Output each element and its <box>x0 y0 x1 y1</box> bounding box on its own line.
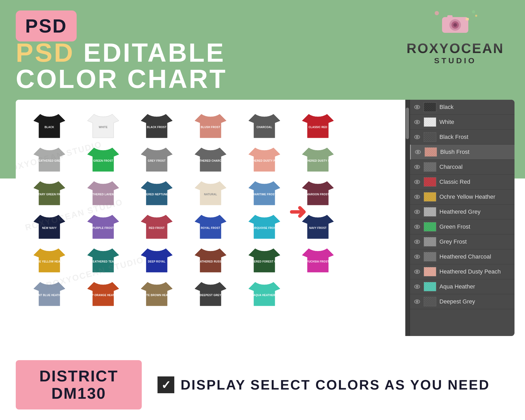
tshirt-item: FUCHSIA FROST <box>292 245 344 276</box>
tshirt-item: HEATHERED CHARCOAL <box>185 144 237 175</box>
svg-point-55 <box>417 151 418 153</box>
svg-text:PURPLE FROST: PURPLE FROST <box>92 227 114 229</box>
layer-item[interactable]: Black <box>410 100 514 115</box>
svg-text:FUCHSIA FROST: FUCHSIA FROST <box>307 260 329 263</box>
header-title: PSD EDITABLE COLOR CHART <box>16 39 227 92</box>
visibility-icon[interactable] <box>414 223 421 230</box>
layer-thumbnail <box>424 117 436 127</box>
layer-item[interactable]: Heathered Charcoal <box>410 249 514 264</box>
brand-logo: ROXYOCEAN STUDIO <box>407 8 504 65</box>
layer-item[interactable]: Charcoal <box>410 160 514 175</box>
scroll-thumb[interactable] <box>406 108 409 139</box>
layer-thumbnail <box>424 282 436 291</box>
grid-spacer <box>346 177 397 209</box>
svg-text:DEEPEST GREY: DEEPEST GREY <box>200 294 221 297</box>
tshirt-item: HEATHERED FOREST GREEN <box>238 245 290 276</box>
tshirt-item: DEEP ORANGE HEATHER <box>77 278 129 310</box>
layer-name: Black Frost <box>439 134 511 140</box>
svg-rect-7 <box>447 15 453 18</box>
visibility-icon[interactable] <box>414 208 421 215</box>
tshirt-item: DEEP ROYAL <box>131 245 183 276</box>
tshirt-item: HEATHERED DUSTY PEACH <box>238 144 290 175</box>
tshirt-item: MILITARY GREEN FROST <box>24 177 75 209</box>
svg-text:TURQUOISE FROST: TURQUOISE FROST <box>251 227 277 229</box>
tshirt-item: BLACK FROST <box>131 110 183 142</box>
svg-text:COYOTE BROWN
HEATHER: COYOTE BROWN HEATHER <box>138 294 175 297</box>
visibility-icon[interactable] <box>414 193 421 200</box>
tshirt-item: GREEN FROST <box>77 144 129 175</box>
layer-item[interactable]: Green Frost <box>410 219 514 234</box>
layer-item[interactable]: White <box>410 115 514 130</box>
visibility-icon[interactable] <box>414 238 421 245</box>
layer-item[interactable]: Classic Red <box>410 175 514 190</box>
layer-name: Blush Frost <box>440 149 511 155</box>
layer-item[interactable]: Aqua Heather <box>410 279 514 294</box>
svg-text:BLUSH FROST: BLUSH FROST <box>201 126 220 129</box>
layer-item[interactable]: Deepest Grey <box>410 294 514 309</box>
svg-point-82 <box>417 286 418 287</box>
layer-name: Green Frost <box>439 223 511 230</box>
layer-thumbnail <box>424 192 436 202</box>
svg-text:HEATHERED FOREST
GREEN: HEATHERED FOREST GREEN <box>246 260 283 263</box>
layer-thumbnail <box>424 132 436 142</box>
tshirt-item: HEATHERED DUSTY SAGE <box>292 144 344 175</box>
svg-text:HEATHERED CHARCOAL: HEATHERED CHARCOAL <box>194 159 227 162</box>
tshirt-item: AQUA HEATHER <box>238 278 290 310</box>
svg-text:DEEP ROYAL: DEEP ROYAL <box>148 260 166 263</box>
visibility-icon[interactable] <box>414 149 421 155</box>
layer-item[interactable]: Heathered Dusty Peach <box>410 264 514 279</box>
svg-text:NATURAL: NATURAL <box>204 193 217 196</box>
svg-point-67 <box>417 211 418 212</box>
visibility-icon[interactable] <box>414 268 421 275</box>
svg-text:ROYAL FROST: ROYAL FROST <box>201 227 220 229</box>
svg-point-52 <box>417 136 418 138</box>
svg-text:HEATHERED DUSTY
SAGE: HEATHERED DUSTY SAGE <box>300 159 336 162</box>
tshirt-item: CHARCOAL <box>238 110 290 142</box>
visibility-icon[interactable] <box>414 283 421 290</box>
visibility-icon[interactable] <box>414 298 421 305</box>
layer-item[interactable]: Ochre Yellow Heather <box>410 190 514 204</box>
tshirt-item: ROYAL FROST <box>185 211 237 243</box>
checkbox-icon: ✓ <box>158 376 174 393</box>
visibility-icon[interactable] <box>414 119 421 125</box>
svg-point-46 <box>417 107 418 108</box>
svg-point-0 <box>435 11 439 15</box>
svg-text:BLACK: BLACK <box>45 126 54 129</box>
visibility-icon[interactable] <box>414 104 421 111</box>
svg-point-76 <box>417 256 418 257</box>
layer-item[interactable]: Grey Frost <box>410 234 514 249</box>
tshirt-item: FLINT BLUE HEATHER <box>24 278 75 310</box>
visibility-icon[interactable] <box>414 253 421 260</box>
layer-name: White <box>439 119 511 125</box>
visibility-icon[interactable] <box>414 164 421 170</box>
layer-thumbnail <box>424 237 436 246</box>
model-name: DM130 <box>32 385 126 402</box>
svg-text:NEW NAVY: NEW NAVY <box>42 227 57 229</box>
visibility-icon[interactable] <box>414 178 421 185</box>
title-rest: EDITABLE <box>75 38 225 67</box>
display-text-section: ✓ DISPLAY SELECT COLORS AS YOU NEED <box>158 376 514 393</box>
layer-item[interactable]: Black Frost <box>410 130 514 145</box>
layer-thumbnail <box>424 252 436 261</box>
svg-text:GREY FROST: GREY FROST <box>148 159 166 162</box>
layer-item[interactable]: Heathered Grey <box>410 204 514 219</box>
district-badge: DISTRICT DM130 <box>16 360 142 410</box>
tshirt-item: MARITIME FROST <box>238 177 290 209</box>
svg-point-49 <box>417 122 418 123</box>
tshirt-item: TURQUOISE FROST <box>238 211 290 243</box>
tshirt-item: CLASSIC RED <box>292 110 344 142</box>
svg-text:NAVY FROST: NAVY FROST <box>309 227 327 229</box>
checkmark: ✓ <box>161 378 171 392</box>
layer-name: Grey Frost <box>439 238 511 245</box>
visibility-icon[interactable] <box>414 134 421 140</box>
layer-item[interactable]: Blush Frost <box>410 145 514 160</box>
svg-point-61 <box>417 181 418 182</box>
layer-thumbnail <box>424 267 436 276</box>
svg-text:MILITARY GREEN
FROST: MILITARY GREEN FROST <box>33 193 66 196</box>
tshirt-item: PURPLE FROST <box>77 211 129 243</box>
layer-thumbnail <box>424 207 436 217</box>
scroll-track[interactable] <box>405 100 410 336</box>
svg-text:AQUA HEATHER: AQUA HEATHER <box>253 294 275 297</box>
svg-text:FLINT BLUE
HEATHER: FLINT BLUE HEATHER <box>34 294 65 297</box>
grid-spacer <box>346 110 397 142</box>
